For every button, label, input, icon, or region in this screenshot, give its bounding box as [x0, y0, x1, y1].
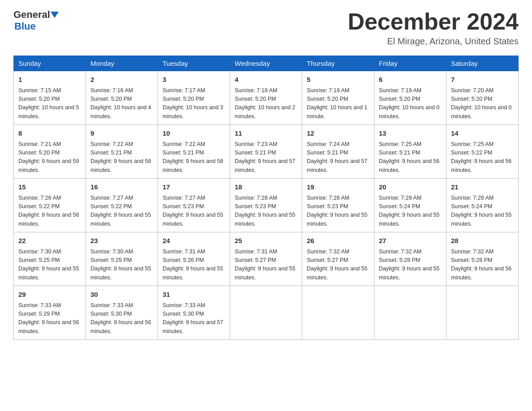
calendar-cell: 15Sunrise: 7:26 AMSunset: 5:22 PMDayligh…: [14, 179, 86, 232]
day-info: Sunrise: 7:23 AMSunset: 5:21 PMDaylight:…: [235, 140, 297, 175]
calendar-cell: 22Sunrise: 7:30 AMSunset: 5:25 PMDayligh…: [14, 232, 86, 286]
day-info: Sunrise: 7:33 AMSunset: 5:30 PMDaylight:…: [90, 301, 153, 336]
day-info: Sunrise: 7:29 AMSunset: 5:24 PMDaylight:…: [379, 194, 442, 229]
calendar-body: 1Sunrise: 7:15 AMSunset: 5:20 PMDaylight…: [14, 71, 519, 340]
day-number: 23: [90, 236, 153, 246]
day-info: Sunrise: 7:25 AMSunset: 5:21 PMDaylight:…: [379, 140, 442, 175]
day-number: 13: [379, 128, 442, 139]
day-number: 14: [451, 128, 514, 139]
day-info: Sunrise: 7:31 AMSunset: 5:27 PMDaylight:…: [235, 248, 297, 283]
day-info: Sunrise: 7:28 AMSunset: 5:23 PMDaylight:…: [235, 194, 297, 229]
calendar-cell: 18Sunrise: 7:28 AMSunset: 5:23 PMDayligh…: [230, 179, 302, 232]
calendar-cell: 7Sunrise: 7:20 AMSunset: 5:20 PMDaylight…: [446, 71, 519, 125]
calendar-cell: 13Sunrise: 7:25 AMSunset: 5:21 PMDayligh…: [374, 125, 446, 179]
calendar-cell: 21Sunrise: 7:29 AMSunset: 5:24 PMDayligh…: [446, 179, 519, 232]
day-number: 11: [235, 128, 297, 139]
calendar-cell: 24Sunrise: 7:31 AMSunset: 5:26 PMDayligh…: [158, 232, 230, 286]
day-number: 19: [307, 182, 369, 193]
day-info: Sunrise: 7:19 AMSunset: 5:20 PMDaylight:…: [307, 86, 369, 121]
calendar-cell: 29Sunrise: 7:33 AMSunset: 5:29 PMDayligh…: [14, 286, 86, 340]
header-day-friday: Friday: [374, 56, 446, 71]
day-info: Sunrise: 7:31 AMSunset: 5:26 PMDaylight:…: [163, 248, 225, 283]
day-info: Sunrise: 7:21 AMSunset: 5:20 PMDaylight:…: [18, 140, 81, 175]
header-day-tuesday: Tuesday: [158, 56, 230, 71]
day-number: 21: [451, 182, 514, 193]
day-number: 26: [307, 236, 369, 246]
day-info: Sunrise: 7:33 AMSunset: 5:30 PMDaylight:…: [163, 301, 225, 336]
day-info: Sunrise: 7:17 AMSunset: 5:20 PMDaylight:…: [163, 86, 225, 121]
calendar-cell: [446, 286, 519, 340]
calendar-header: SundayMondayTuesdayWednesdayThursdayFrid…: [14, 56, 519, 71]
logo: General Blue: [13, 9, 59, 32]
calendar-cell: 10Sunrise: 7:22 AMSunset: 5:21 PMDayligh…: [158, 125, 230, 179]
calendar-cell: 25Sunrise: 7:31 AMSunset: 5:27 PMDayligh…: [230, 232, 302, 286]
day-number: 25: [235, 236, 297, 246]
day-number: 8: [18, 128, 81, 139]
day-info: Sunrise: 7:18 AMSunset: 5:20 PMDaylight:…: [235, 86, 297, 121]
day-info: Sunrise: 7:32 AMSunset: 5:28 PMDaylight:…: [451, 248, 514, 283]
calendar-cell: 2Sunrise: 7:16 AMSunset: 5:20 PMDaylight…: [86, 71, 158, 125]
day-number: 3: [163, 75, 225, 85]
day-info: Sunrise: 7:30 AMSunset: 5:25 PMDaylight:…: [18, 248, 81, 283]
day-number: 18: [235, 182, 297, 193]
calendar-cell: 30Sunrise: 7:33 AMSunset: 5:30 PMDayligh…: [86, 286, 158, 340]
calendar-cell: 12Sunrise: 7:24 AMSunset: 5:21 PMDayligh…: [302, 125, 374, 179]
logo-text-general: General: [13, 9, 50, 21]
header-day-sunday: Sunday: [14, 56, 86, 71]
day-number: 4: [235, 75, 297, 85]
calendar-cell: 27Sunrise: 7:32 AMSunset: 5:28 PMDayligh…: [374, 232, 446, 286]
day-number: 22: [18, 236, 81, 246]
day-info: Sunrise: 7:33 AMSunset: 5:29 PMDaylight:…: [18, 301, 81, 336]
day-info: Sunrise: 7:26 AMSunset: 5:22 PMDaylight:…: [18, 194, 81, 229]
calendar-cell: 19Sunrise: 7:28 AMSunset: 5:23 PMDayligh…: [302, 179, 374, 232]
day-number: 24: [163, 236, 225, 246]
header-day-monday: Monday: [86, 56, 158, 71]
week-row-5: 29Sunrise: 7:33 AMSunset: 5:29 PMDayligh…: [14, 286, 519, 340]
calendar-table: SundayMondayTuesdayWednesdayThursdayFrid…: [13, 56, 519, 340]
calendar-cell: 4Sunrise: 7:18 AMSunset: 5:20 PMDaylight…: [230, 71, 302, 125]
calendar-cell: 3Sunrise: 7:17 AMSunset: 5:20 PMDaylight…: [158, 71, 230, 125]
page-header: General Blue December 2024 El Mirage, Ar…: [13, 9, 519, 47]
day-info: Sunrise: 7:29 AMSunset: 5:24 PMDaylight:…: [451, 194, 514, 229]
header-day-saturday: Saturday: [446, 56, 519, 71]
calendar-cell: [374, 286, 446, 340]
calendar-cell: 23Sunrise: 7:30 AMSunset: 5:25 PMDayligh…: [86, 232, 158, 286]
day-info: Sunrise: 7:24 AMSunset: 5:21 PMDaylight:…: [307, 140, 369, 175]
day-number: 6: [379, 75, 442, 85]
day-number: 12: [307, 128, 369, 139]
day-info: Sunrise: 7:16 AMSunset: 5:20 PMDaylight:…: [90, 86, 153, 121]
day-info: Sunrise: 7:30 AMSunset: 5:25 PMDaylight:…: [90, 248, 153, 283]
day-info: Sunrise: 7:32 AMSunset: 5:27 PMDaylight:…: [307, 248, 369, 283]
day-number: 7: [451, 75, 514, 85]
header-row: SundayMondayTuesdayWednesdayThursdayFrid…: [14, 56, 519, 71]
day-info: Sunrise: 7:27 AMSunset: 5:22 PMDaylight:…: [90, 194, 153, 229]
day-number: 17: [163, 182, 225, 193]
title-section: December 2024 El Mirage, Arizona, United…: [348, 9, 519, 47]
header-day-wednesday: Wednesday: [230, 56, 302, 71]
day-info: Sunrise: 7:28 AMSunset: 5:23 PMDaylight:…: [307, 194, 369, 229]
day-info: Sunrise: 7:19 AMSunset: 5:20 PMDaylight:…: [379, 86, 442, 121]
calendar-cell: 20Sunrise: 7:29 AMSunset: 5:24 PMDayligh…: [374, 179, 446, 232]
day-number: 29: [18, 290, 81, 300]
day-number: 15: [18, 182, 81, 193]
calendar-cell: 17Sunrise: 7:27 AMSunset: 5:23 PMDayligh…: [158, 179, 230, 232]
day-info: Sunrise: 7:22 AMSunset: 5:21 PMDaylight:…: [90, 140, 153, 175]
calendar-cell: 16Sunrise: 7:27 AMSunset: 5:22 PMDayligh…: [86, 179, 158, 232]
day-info: Sunrise: 7:20 AMSunset: 5:20 PMDaylight:…: [451, 86, 514, 121]
header-day-thursday: Thursday: [302, 56, 374, 71]
day-number: 1: [18, 75, 81, 85]
day-number: 28: [451, 236, 514, 246]
calendar-cell: 1Sunrise: 7:15 AMSunset: 5:20 PMDaylight…: [14, 71, 86, 125]
location-subtitle: El Mirage, Arizona, United States: [348, 36, 519, 47]
day-number: 9: [90, 128, 153, 139]
day-info: Sunrise: 7:25 AMSunset: 5:22 PMDaylight:…: [451, 140, 514, 175]
calendar-cell: 14Sunrise: 7:25 AMSunset: 5:22 PMDayligh…: [446, 125, 519, 179]
day-info: Sunrise: 7:27 AMSunset: 5:23 PMDaylight:…: [163, 194, 225, 229]
calendar-cell: 6Sunrise: 7:19 AMSunset: 5:20 PMDaylight…: [374, 71, 446, 125]
day-number: 2: [90, 75, 153, 85]
day-number: 10: [163, 128, 225, 139]
month-title: December 2024: [348, 9, 519, 34]
day-number: 5: [307, 75, 369, 85]
calendar-cell: 28Sunrise: 7:32 AMSunset: 5:28 PMDayligh…: [446, 232, 519, 286]
day-number: 20: [379, 182, 442, 193]
